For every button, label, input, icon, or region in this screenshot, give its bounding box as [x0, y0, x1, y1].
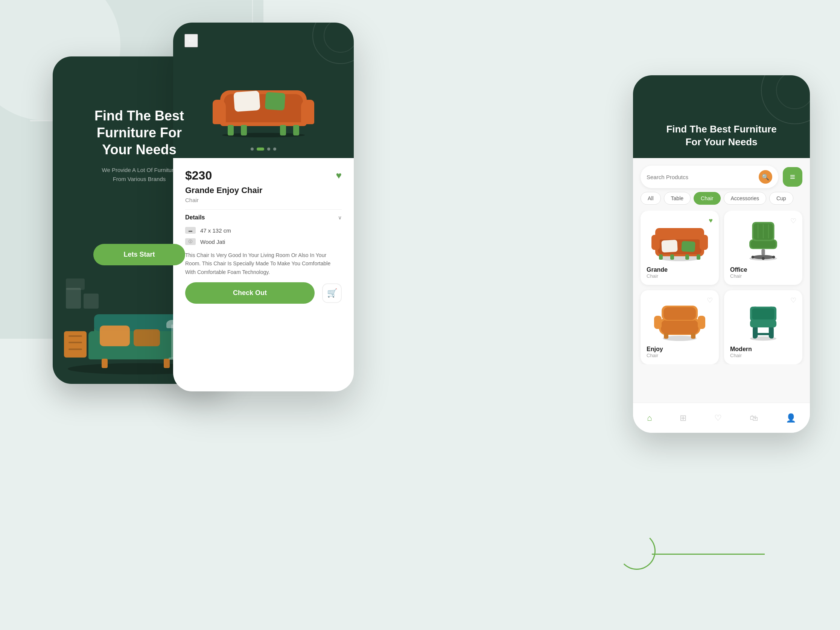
dot1 — [251, 147, 254, 150]
product-card-grande[interactable]: ♥ — [641, 211, 719, 285]
chair-shadow — [222, 133, 305, 137]
phone3-product-list: Find The Best Furniture For Your Needs 🔍… — [633, 75, 810, 433]
search-row: 🔍 ≡ — [633, 158, 810, 192]
ruler-icon: ▬ — [185, 227, 196, 234]
svg-rect-14 — [751, 240, 776, 248]
svg-rect-39 — [752, 308, 774, 319]
svg-rect-20 — [761, 249, 765, 256]
product-grid: ♥ — [633, 211, 810, 364]
svg-rect-33 — [691, 333, 695, 339]
nav-user[interactable]: 👤 — [786, 413, 796, 423]
filter-button[interactable]: ≡ — [783, 167, 802, 187]
fourth-heart-icon[interactable]: ♡ — [790, 296, 796, 305]
divider1 — [185, 209, 342, 210]
svg-rect-6 — [661, 240, 678, 253]
nav-bag[interactable]: 🛍 — [750, 413, 758, 423]
bg-green-line-bottom — [652, 554, 765, 555]
svg-rect-9 — [670, 254, 674, 260]
svg-rect-41 — [770, 327, 774, 339]
home-icon: ⌂ — [647, 413, 652, 423]
enjoy-name: Enjoy — [647, 346, 713, 353]
office-name: Office — [730, 267, 796, 273]
fourth-category: Chair — [730, 353, 796, 358]
chair-leg2 — [241, 125, 247, 136]
svg-rect-10 — [685, 254, 689, 260]
svg-rect-8 — [659, 254, 663, 260]
grande-chair-image — [647, 217, 713, 262]
lets-start-button[interactable]: Lets Start — [93, 244, 185, 265]
bg-green-curve — [618, 532, 655, 570]
office-heart-icon[interactable]: ♡ — [790, 217, 796, 225]
svg-point-22 — [752, 256, 754, 258]
info-icon: ⓘ — [185, 238, 196, 245]
details-row[interactable]: Details ∨ — [185, 214, 342, 221]
svg-rect-5 — [699, 235, 708, 250]
chair-arm-left — [213, 100, 226, 124]
grande-category: Chair — [647, 273, 713, 279]
spec-dimensions-row: ▬ 47 x 132 cm — [185, 227, 342, 234]
enjoy-heart-icon[interactable]: ♡ — [707, 296, 713, 305]
chair-leg3 — [280, 125, 286, 136]
enjoy-chair-image — [647, 296, 713, 341]
phone3-header: Find The Best Furniture For Your Needs — [633, 75, 810, 158]
back-button[interactable]: ← — [185, 34, 198, 47]
fourth-chair-image — [730, 296, 796, 341]
product-card-enjoy[interactable]: ♡ Enjoy — [641, 290, 719, 364]
phone1-content: Find The Best Furniture For Your Needs W… — [95, 107, 184, 184]
tab-all[interactable]: All — [641, 192, 661, 205]
product-name: Grande Enjoy Chair — [185, 186, 342, 195]
checkout-button[interactable]: Check Out — [185, 282, 315, 304]
spec-material-row: ⓘ Wood Jati — [185, 238, 342, 245]
grande-name: Grande — [647, 267, 713, 273]
nav-grid[interactable]: ⊞ — [680, 413, 687, 423]
svg-rect-11 — [696, 254, 700, 260]
tab-chair[interactable]: Chair — [693, 192, 720, 205]
grande-heart-icon[interactable]: ♥ — [709, 217, 713, 225]
spec-dimensions: 47 x 132 cm — [200, 227, 231, 234]
product-price: $230 — [185, 169, 212, 183]
spec-material: Wood Jati — [200, 238, 225, 245]
search-button[interactable]: 🔍 — [759, 170, 772, 184]
dot4 — [273, 147, 276, 150]
svg-rect-42 — [755, 333, 772, 335]
tab-table[interactable]: Table — [664, 192, 691, 205]
tab-accessories[interactable]: Accessories — [724, 192, 766, 205]
svg-rect-3 — [655, 228, 704, 239]
phone1-title: Find The Best Furniture For Your Needs — [95, 107, 184, 158]
checkout-row: Check Out 🛒 — [185, 282, 342, 304]
svg-rect-29 — [663, 307, 696, 320]
filter-icon: ≡ — [790, 172, 795, 182]
category-tabs: All Table Chair Accessories Cup — [633, 192, 810, 211]
grid-icon: ⊞ — [680, 413, 687, 423]
nav-home[interactable]: ⌂ — [647, 413, 652, 423]
fourth-name: Modern — [730, 346, 796, 353]
search-input[interactable] — [647, 174, 755, 180]
chevron-down-icon: ∨ — [338, 215, 342, 221]
product-category: Chair — [185, 197, 342, 203]
office-category: Chair — [730, 273, 796, 279]
phone2-product-detail: ← — [173, 22, 354, 392]
search-box[interactable]: 🔍 — [641, 166, 778, 188]
price-row: $230 ♥ — [185, 169, 342, 183]
tab-cup[interactable]: Cup — [769, 192, 793, 205]
bottom-nav: ⌂ ⊞ ♡ 🛍 👤 — [633, 403, 810, 433]
product-card-fourth[interactable]: ♡ — [724, 290, 802, 364]
user-icon: 👤 — [786, 413, 796, 423]
chair-pillow2 — [265, 92, 285, 111]
nav-heart[interactable]: ♡ — [714, 413, 722, 423]
product-card-office[interactable]: ♡ — [724, 211, 802, 285]
phone1-subtitle-line1: We Provide A Lot Of Furniture — [95, 166, 184, 175]
phone2-dots — [251, 147, 276, 150]
chair-arm-right — [301, 100, 314, 124]
phone2-chair-illustration — [211, 57, 316, 139]
svg-rect-31 — [698, 316, 705, 329]
product-description: This Chair Is Very Good In Your Living R… — [185, 251, 342, 276]
heart-icon[interactable]: ♥ — [336, 170, 342, 182]
svg-point-23 — [772, 256, 775, 258]
chair-pillow1 — [233, 91, 260, 112]
cart-icon-button[interactable]: 🛒 — [322, 283, 342, 303]
chair-leg4 — [293, 125, 299, 136]
chair-leg1 — [228, 125, 234, 136]
svg-rect-40 — [753, 327, 757, 339]
phone2-header: ← — [173, 22, 354, 158]
